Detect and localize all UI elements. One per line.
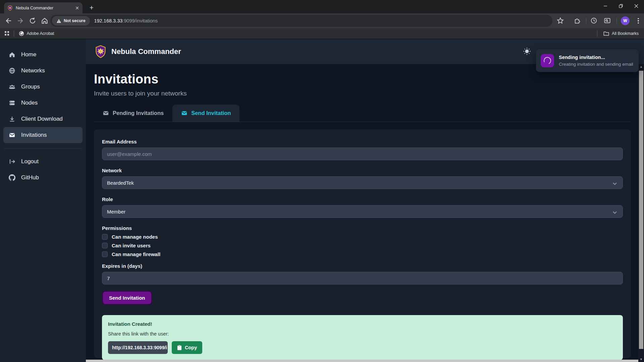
vertical-scrollbar[interactable]: ▲ ▼ [638, 64, 644, 362]
success-title: Invitation Created! [108, 321, 617, 327]
mail-icon [181, 110, 187, 116]
email-field[interactable] [102, 147, 623, 160]
scroll-up-arrow-icon[interactable]: ▲ [638, 64, 644, 69]
tab-pending-invitations[interactable]: Pending Invitations [94, 105, 172, 122]
permission-label: Can manage firewall [112, 251, 160, 257]
home-icon [9, 51, 15, 58]
tab-title: Nebula Commander [16, 6, 72, 10]
browser-tab[interactable]: Nebula Commander ✕ [4, 2, 83, 13]
sidebar-item-label: Nodes [21, 100, 38, 106]
acrobat-icon [19, 31, 24, 36]
expires-field[interactable] [102, 272, 623, 285]
checkbox-invite-users[interactable] [102, 243, 108, 248]
favicon-shield-icon [7, 5, 13, 11]
permission-label: Can manage nodes [112, 234, 158, 240]
not-secure-label: Not secure [64, 18, 86, 23]
sidebar-item-label: Groups [21, 83, 40, 90]
sidebar-item-nodes[interactable]: Nodes [3, 95, 83, 111]
sidebar-divider [4, 148, 82, 148]
scrollbar-thumb[interactable] [639, 71, 643, 349]
bookmark-star-icon[interactable] [557, 17, 564, 24]
role-selected-value: Member [107, 209, 125, 215]
side-panel-icon[interactable] [604, 17, 611, 24]
all-bookmarks[interactable]: All Bookmarks [597, 31, 639, 37]
send-invitation-button[interactable]: Send Invitation [102, 291, 152, 305]
forward-icon[interactable] [17, 17, 24, 24]
mail-icon [9, 132, 15, 138]
clipboard-icon [177, 345, 182, 350]
permission-label: Can invite users [112, 243, 151, 248]
role-select[interactable]: Member [102, 205, 623, 218]
sidebar-item-label: Networks [21, 67, 45, 74]
theme-toggle-sun-icon[interactable] [523, 47, 531, 57]
sidebar-item-home[interactable]: Home [3, 47, 83, 63]
chevron-down-icon [612, 181, 617, 186]
apps-grid-icon[interactable] [5, 31, 9, 36]
tab-label: Send Invitation [191, 110, 231, 116]
window-close-button[interactable] [629, 0, 644, 12]
main-content: Invitations Invite users to join your ne… [86, 64, 638, 360]
sidebar-item-label: Client Download [21, 116, 63, 122]
sidebar-item-client-download[interactable]: Client Download [3, 111, 83, 127]
sidebar-item-invitations[interactable]: Invitations [3, 127, 83, 143]
page-title: Invitations [94, 72, 638, 86]
url-text[interactable]: 192.168.3.33:9099/invitations [94, 18, 158, 23]
tab-bar: Pending Invitations Send Invitation [94, 105, 631, 122]
email-label: Email Address [102, 139, 623, 144]
url-host: 192.168.3.33 [94, 18, 123, 23]
checkbox-manage-firewall[interactable] [102, 251, 108, 257]
address-bar[interactable]: Not secure 192.168.3.33:9099/invitations [50, 15, 552, 27]
scroll-down-arrow-icon[interactable]: ▼ [638, 357, 644, 362]
new-tab-button[interactable]: + [87, 3, 97, 13]
bookmark-adobe-acrobat[interactable]: Adobe Acrobat [19, 31, 54, 36]
copy-label: Copy [185, 345, 197, 350]
network-select[interactable]: BeardedTek [102, 176, 623, 189]
copy-link-button[interactable]: Copy [172, 341, 202, 354]
permissions-label: Permissions [102, 225, 623, 231]
all-bookmarks-label: All Bookmarks [612, 31, 639, 36]
toast-title: Sending invitation... [559, 55, 633, 60]
url-path: :9099/invitations [122, 18, 158, 23]
sidebar-item-groups[interactable]: Groups [3, 79, 83, 95]
warning-icon [56, 19, 61, 23]
bookmark-label: Adobe Acrobat [27, 31, 54, 36]
invitation-created-panel: Invitation Created! Share this link with… [102, 315, 623, 360]
horizontal-scrollbar[interactable] [86, 360, 638, 362]
tab-label: Pending Invitations [113, 110, 164, 116]
toast-notification: Sending invitation... Creating invitatio… [536, 49, 639, 72]
permission-row-invite-users: Can invite users [102, 243, 623, 248]
browser-tab-strip: Nebula Commander ✕ + [0, 0, 644, 13]
success-subtitle: Share this link with the user: [108, 331, 617, 337]
permission-row-manage-nodes: Can manage nodes [102, 234, 623, 240]
app-brand: Nebula Commander [111, 47, 181, 56]
toast-spinner-icon [541, 54, 554, 67]
sidebar-item-networks[interactable]: Networks [3, 63, 83, 79]
github-icon [9, 174, 15, 181]
sidebar-item-logout[interactable]: Logout [3, 154, 83, 170]
bookmarks-separator [14, 31, 14, 37]
toast-message: Creating invitation and sending email [559, 62, 633, 67]
profile-avatar[interactable]: W [621, 16, 630, 25]
sidebar-item-github[interactable]: GitHub [3, 170, 83, 186]
network-selected-value: BeardedTek [107, 180, 134, 186]
app-logo-shield-icon [95, 45, 107, 58]
back-icon[interactable] [5, 17, 12, 24]
extensions-icon[interactable] [574, 17, 581, 24]
not-secure-chip[interactable]: Not secure [52, 16, 90, 25]
window-restore-button[interactable] [613, 0, 629, 12]
checkbox-manage-nodes[interactable] [102, 234, 108, 240]
tab-close-icon[interactable]: ✕ [75, 6, 79, 10]
globe-icon [9, 67, 15, 74]
logout-icon [9, 158, 15, 165]
browser-menu-icon[interactable] [635, 17, 641, 24]
server-icon [9, 100, 15, 106]
sidebar-item-label: Invitations [21, 132, 47, 138]
reload-icon[interactable] [29, 17, 36, 24]
bookmarks-separator [597, 31, 597, 37]
tab-send-invitation[interactable]: Send Invitation [172, 105, 239, 122]
window-minimize-button[interactable] [598, 0, 613, 12]
home-icon[interactable] [41, 17, 48, 24]
history-icon[interactable] [590, 17, 598, 24]
sidebar-item-label: GitHub [21, 174, 39, 181]
invitation-link-field[interactable]: http://192.168.3.33:9099/i [108, 341, 168, 354]
